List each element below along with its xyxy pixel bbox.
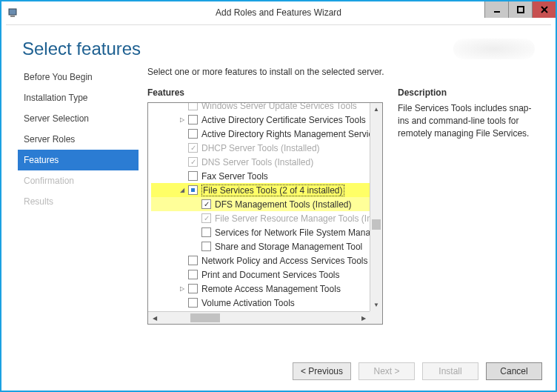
feature-label: Print and Document Services Tools — [201, 270, 340, 280]
maximize-button[interactable] — [508, 1, 532, 18]
features-column: Features ▷Windows Server Update Services… — [147, 87, 383, 325]
header-graphic — [453, 39, 535, 59]
svg-rect-1 — [10, 16, 15, 17]
window-title: Add Roles and Features Wizard — [1, 7, 556, 18]
feature-checkbox[interactable] — [188, 171, 198, 181]
minimize-button[interactable] — [484, 1, 508, 18]
expand-icon[interactable]: ▷ — [178, 285, 187, 293]
scroll-left-arrow-icon[interactable]: ◀ — [148, 312, 161, 324]
columns: Features ▷Windows Server Update Services… — [147, 87, 542, 325]
feature-label: DHCP Server Tools (Installed) — [201, 143, 320, 153]
tree-node[interactable]: ▷Active Directory Rights Management Serv… — [151, 127, 370, 141]
feature-label: Services for Network File System Manag — [215, 227, 370, 238]
sidebar-step-before-you-begin[interactable]: Before You Begin — [18, 67, 139, 87]
tree-node[interactable]: ▷File Server Resource Manager Tools (Ins — [151, 211, 370, 225]
svg-rect-2 — [494, 11, 500, 13]
sidebar-step-confirmation: Confirmation — [18, 170, 139, 191]
vertical-scrollbar[interactable]: ▲ ▼ — [370, 103, 382, 311]
description-heading: Description — [398, 87, 542, 98]
tree-node[interactable]: ▷Network Policy and Access Services Tool… — [151, 253, 370, 268]
feature-label: Volume Activation Tools — [201, 298, 295, 308]
feature-checkbox[interactable] — [201, 242, 211, 251]
sidebar-step-results: Results — [18, 191, 139, 212]
feature-checkbox[interactable] — [188, 270, 198, 279]
tree-node[interactable]: ▷Share and Storage Management Tool — [151, 239, 370, 253]
previous-button[interactable]: < Previous — [293, 362, 351, 380]
sidebar-step-server-roles[interactable]: Server Roles — [18, 129, 139, 150]
feature-checkbox[interactable] — [201, 227, 211, 237]
feature-checkbox[interactable] — [188, 103, 198, 110]
app-icon — [7, 7, 19, 19]
feature-label: File Server Resource Manager Tools (Ins — [215, 213, 370, 224]
horizontal-scrollbar[interactable]: ◀ ▶ — [148, 311, 370, 324]
tree-node[interactable]: ▷Remote Access Management Tools — [151, 282, 370, 296]
tree-viewport: ▷Windows Server Update Services Tools▷Ac… — [148, 103, 370, 311]
tree-node[interactable]: ▷Volume Activation Tools — [151, 296, 370, 310]
sidebar-step-features[interactable]: Features — [18, 150, 139, 170]
feature-checkbox[interactable] — [201, 199, 211, 209]
vscroll-track[interactable] — [370, 116, 382, 299]
tree-node[interactable]: ◢File Services Tools (2 of 4 installed) — [151, 183, 370, 197]
feature-checkbox[interactable] — [188, 185, 198, 195]
wizard-footer: < Previous Next > Install Cancel — [1, 355, 556, 391]
tree-node[interactable]: ▷Print and Document Services Tools — [151, 268, 370, 282]
instruction-text: Select one or more features to install o… — [147, 67, 542, 77]
svg-rect-3 — [518, 7, 524, 13]
window-controls — [484, 1, 556, 18]
sidebar-step-installation-type[interactable]: Installation Type — [18, 87, 139, 108]
feature-label: File Services Tools (2 of 4 installed) — [201, 185, 344, 196]
feature-checkbox[interactable] — [188, 256, 198, 265]
tree-node[interactable]: ▷Fax Server Tools — [151, 169, 370, 183]
wizard-body: Before You BeginInstallation TypeServer … — [1, 67, 556, 325]
feature-label: Fax Server Tools — [201, 171, 268, 182]
install-button[interactable]: Install — [422, 362, 478, 380]
hscroll-thumb[interactable] — [190, 313, 220, 322]
scroll-corner — [370, 311, 382, 324]
tree-node[interactable]: ▷DNS Server Tools (Installed) — [151, 155, 370, 169]
svg-rect-0 — [9, 9, 16, 15]
page-title: Select features — [22, 39, 141, 59]
vscroll-thumb[interactable] — [372, 219, 381, 230]
close-button[interactable] — [532, 1, 556, 18]
titlebar: Add Roles and Features Wizard — [1, 1, 556, 24]
feature-label: DNS Server Tools (Installed) — [201, 157, 313, 167]
feature-label: DFS Management Tools (Installed) — [215, 199, 352, 210]
feature-label: Share and Storage Management Tool — [215, 242, 362, 252]
next-button[interactable]: Next > — [358, 362, 415, 380]
wizard-window: Add Roles and Features Wizard Select fea… — [0, 0, 557, 392]
feature-checkbox[interactable] — [188, 298, 198, 308]
expand-icon[interactable]: ▷ — [178, 116, 187, 124]
features-heading: Features — [147, 87, 383, 98]
features-tree: ▷Windows Server Update Services Tools▷Ac… — [147, 102, 383, 325]
description-column: Description File Services Tools includes… — [398, 87, 542, 325]
scroll-down-arrow-icon[interactable]: ▼ — [370, 299, 382, 311]
hscroll-track[interactable] — [161, 312, 357, 324]
feature-label: Windows Server Update Services Tools — [201, 103, 357, 111]
tree-node[interactable]: ▷Windows Server Update Services Tools — [151, 103, 370, 113]
feature-checkbox[interactable] — [188, 284, 198, 293]
feature-label: Active Directory Certificate Services To… — [201, 115, 366, 125]
main-panel: Select one or more features to install o… — [139, 67, 542, 325]
feature-label: Remote Access Management Tools — [201, 284, 341, 294]
page-header: Select features — [1, 25, 556, 67]
scroll-up-arrow-icon[interactable]: ▲ — [370, 103, 382, 116]
tree-node[interactable]: ▷DHCP Server Tools (Installed) — [151, 141, 370, 155]
tree-node[interactable]: ▷Active Directory Certificate Services T… — [151, 113, 370, 127]
feature-checkbox[interactable] — [188, 115, 198, 124]
feature-label: Active Directory Rights Management Servi… — [201, 129, 370, 139]
feature-checkbox[interactable] — [188, 143, 198, 153]
tree-node[interactable]: ▷Services for Network File System Manag — [151, 225, 370, 239]
tree-node[interactable]: ▷DFS Management Tools (Installed) — [151, 197, 370, 211]
wizard-steps-sidebar: Before You BeginInstallation TypeServer … — [1, 67, 139, 325]
collapse-icon[interactable]: ◢ — [178, 186, 187, 195]
feature-label: Network Policy and Access Services Tools — [201, 256, 368, 266]
scroll-right-arrow-icon[interactable]: ▶ — [357, 312, 370, 324]
feature-checkbox[interactable] — [188, 157, 198, 167]
feature-checkbox[interactable] — [188, 129, 198, 139]
description-text: File Services Tools includes snap-ins an… — [398, 102, 542, 139]
cancel-button[interactable]: Cancel — [486, 362, 542, 380]
feature-checkbox[interactable] — [201, 213, 211, 223]
sidebar-step-server-selection[interactable]: Server Selection — [18, 108, 139, 129]
